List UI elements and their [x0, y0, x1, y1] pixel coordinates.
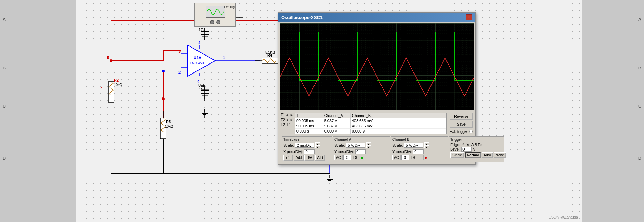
cha-indicator: ●: [361, 155, 363, 160]
row-label-d-left: D: [3, 156, 6, 160]
T2-label: T2: [281, 118, 285, 122]
timebase-title: Timebase: [283, 138, 331, 142]
R5-value: 10kΩ: [165, 125, 173, 128]
bottom-ground: [326, 175, 334, 181]
trigger-single-btn[interactable]: Single: [450, 152, 464, 158]
cha-ac-btn[interactable]: AC: [334, 155, 343, 160]
trigger-level-input[interactable]: [461, 147, 472, 152]
U1A-component: + - U1A LM324AD: [181, 45, 222, 76]
chb-ypos-label: Y pos.(Div):: [392, 150, 412, 154]
chb-ac-btn[interactable]: AC: [392, 155, 401, 160]
chb-dc-btn[interactable]: DC: [410, 155, 418, 160]
trigger-auto-btn[interactable]: Auto: [482, 152, 493, 158]
cha-spin-up[interactable]: ▲: [366, 142, 371, 145]
func-gen-knob1[interactable]: [210, 20, 214, 24]
osc-meas-header: Time Channel_A Channel_B: [295, 113, 446, 118]
chb-scale-label: Scale:: [392, 143, 403, 147]
timebase-xpos-row: X pos.(Div):: [283, 149, 331, 154]
chb-ypos-input[interactable]: [413, 149, 424, 154]
ext-trigger-radio[interactable]: [469, 130, 473, 133]
T2-cha: 5.037 V: [323, 123, 351, 128]
chb-spinner[interactable]: ▲ ▼: [424, 142, 429, 148]
mode-ba[interactable]: B/A: [304, 155, 314, 161]
osc-measurements: T1 ◄ ► T2 ◄ ► T2-T1: [281, 113, 473, 134]
T2-arrow-left[interactable]: ◄: [286, 118, 289, 122]
T1-arrow-left[interactable]: ◄: [286, 113, 289, 117]
meas-header-time: Time: [295, 113, 323, 118]
reverse-button[interactable]: Reverse: [450, 113, 473, 120]
func-gen-knob2[interactable]: [216, 20, 220, 24]
row-label-c-left: C: [3, 104, 6, 108]
trigger-rising-btn[interactable]: ↗: [461, 142, 465, 147]
R2-value: 10kΩ: [114, 83, 122, 87]
save-button[interactable]: Save: [450, 121, 473, 128]
row-label-c-right: C: [638, 104, 641, 108]
trigger-title: Trigger: [450, 138, 503, 142]
watermark: CSDN @Zanebla: [549, 215, 578, 219]
chb-spin-down[interactable]: ▼: [424, 145, 429, 148]
ext-trigger-label: Ext. trigger: [450, 129, 468, 134]
meas-header-chb: Channel_B: [351, 113, 382, 118]
R4-value: 5.1KΩ: [265, 51, 275, 54]
mode-yt[interactable]: Y/T: [283, 155, 293, 161]
T1-row: T1 ◄ ►: [281, 113, 293, 117]
cha-dc-btn[interactable]: DC: [352, 155, 360, 160]
chb-minus-btn[interactable]: -: [419, 155, 423, 160]
mode-add[interactable]: Add: [294, 155, 304, 161]
ext-trigger-row: Ext. trigger: [450, 129, 473, 134]
trigger-edge-label: Edge:: [450, 143, 460, 147]
chb-spin-up[interactable]: ▲: [424, 142, 429, 145]
timebase-spin-up[interactable]: ▲: [315, 142, 320, 145]
function-generator-thumb[interactable]: Ext Trig: [194, 3, 236, 27]
mode-ab[interactable]: A/B: [315, 155, 325, 161]
cha-ypos-row: Y pos.(Div):: [334, 149, 389, 154]
osc-close-button[interactable]: ×: [466, 14, 472, 20]
T2T1-cha: 0.000 V: [323, 129, 351, 134]
timebase-scale-row: Scale: 2 ms/Div ▲ ▼: [283, 142, 331, 148]
chb-indicator: ●: [424, 155, 427, 160]
R5-component: [160, 111, 166, 146]
trigger-ext-label: Ext: [478, 143, 483, 147]
right-panel: A B C D: [582, 0, 644, 222]
T1-arrow-right[interactable]: ►: [290, 113, 293, 117]
timebase-xpos-input[interactable]: [304, 149, 315, 154]
T1-time: 90.005 ms: [295, 118, 323, 123]
R2-component: [108, 75, 114, 109]
T2T1-time: 0.000 s: [295, 129, 323, 134]
junction-node5: [110, 59, 112, 62]
osc-measurement-table: Time Channel_A Channel_B 90.005 ms 5.037…: [295, 113, 447, 134]
timebase-spinner[interactable]: ▲ ▼: [315, 142, 320, 148]
schematic-area: Ext Trig: [76, 0, 582, 222]
osc-bottom-controls: Timebase Scale: 2 ms/Div ▲ ▼ X pos.(Div)…: [281, 136, 473, 163]
cha-coupling-input[interactable]: [343, 155, 351, 160]
trigger-level-unit: V: [473, 147, 475, 151]
trigger-section: Trigger Edge: ↗ ↘ A B Ext Level: V: [449, 136, 504, 162]
svg-marker-45: [187, 45, 215, 76]
trigger-falling-btn[interactable]: ↘: [466, 142, 469, 147]
channel-b-section: Channel B Scale: 5 V/Div ▲ ▼ Y pos.(Div)…: [391, 136, 448, 162]
chb-coupling-input[interactable]: [401, 155, 409, 160]
T2-time: 90.005 ms: [295, 123, 323, 128]
cha-spin-down[interactable]: ▼: [366, 145, 371, 148]
osc-titlebar: Oscilloscope-XSC1 ×: [278, 13, 475, 22]
cha-spinner[interactable]: ▲ ▼: [366, 142, 371, 148]
T2-chb: 403.685 mV: [351, 123, 382, 128]
svg-text:LM324AD: LM324AD: [190, 61, 204, 65]
svg-text:+: +: [182, 52, 184, 56]
row-label-b-right: B: [638, 66, 641, 70]
channel-a-section: Channel A Scale: 5 V/Div ▲ ▼ Y pos.(Div)…: [333, 136, 390, 162]
cha-ypos-label: Y pos.(Div):: [334, 150, 354, 154]
T2-arrow-right[interactable]: ►: [290, 118, 293, 122]
chb-coupling-row: AC DC - ●: [392, 155, 447, 160]
cha-ypos-input[interactable]: [355, 149, 366, 154]
junction-node2: [162, 70, 165, 72]
timebase-section: Timebase Scale: 2 ms/Div ▲ ▼ X pos.(Div)…: [282, 136, 332, 162]
T1-chb: 403.685 mV: [351, 118, 382, 123]
trigger-normal-btn[interactable]: Normal: [465, 152, 481, 158]
row-label-a-left: A: [3, 17, 6, 22]
T1-cha: 5.037 V: [323, 118, 351, 123]
timebase-spin-down[interactable]: ▼: [315, 145, 320, 148]
trigger-none-btn[interactable]: None: [494, 152, 506, 158]
meas-header-cha: Channel_A: [323, 113, 351, 118]
cha-scale-label: Scale:: [334, 143, 345, 147]
